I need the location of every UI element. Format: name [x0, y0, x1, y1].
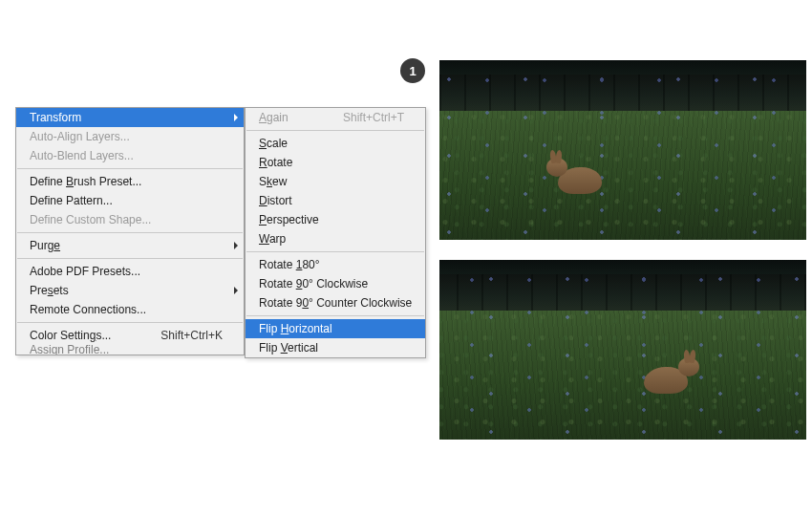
menu-label: Scale [259, 137, 288, 150]
edit-menu: Transform Auto-Align Layers... Auto-Blen… [15, 107, 245, 355]
menu-label: Define Brush Preset... [30, 175, 141, 188]
rabbit-icon [546, 152, 602, 194]
menu-label: Assign Profile... [30, 345, 109, 355]
menu-item-purge[interactable]: Purge [16, 236, 244, 255]
menu-label: Skew [259, 175, 287, 188]
menu-label: Flip Vertical [259, 341, 318, 355]
menu-item-color-settings[interactable]: Color Settings... Shift+Ctrl+K [16, 326, 244, 345]
menu-label: Color Settings... [30, 329, 111, 342]
menu-item-define-pattern[interactable]: Define Pattern... [16, 191, 244, 210]
menu-label: Auto-Blend Layers... [30, 149, 134, 162]
example-image-flipped [439, 260, 806, 440]
menu-label: Rotate 90° Clockwise [259, 277, 368, 290]
chevron-right-icon [234, 242, 238, 249]
chevron-right-icon [234, 287, 238, 294]
menu-label: Rotate 180° [259, 258, 320, 271]
menu-separator [17, 258, 243, 259]
menu-label: Transform [30, 111, 81, 124]
menu-separator [17, 168, 243, 169]
menu-item-adobe-pdf-presets[interactable]: Adobe PDF Presets... [16, 262, 244, 281]
menu-item-skew[interactable]: Skew [246, 172, 425, 191]
menu-item-remote-connections[interactable]: Remote Connections... [16, 300, 244, 319]
menu-item-warp[interactable]: Warp [246, 229, 425, 248]
step-badge-1: 1 [400, 58, 425, 83]
menu-separator [246, 315, 424, 316]
menu-item-again[interactable]: Again Shift+Ctrl+T [246, 108, 425, 127]
menu-item-rotate[interactable]: Rotate [246, 153, 425, 172]
menu-item-auto-blend-layers[interactable]: Auto-Blend Layers... [16, 146, 244, 165]
menu-label: Adobe PDF Presets... [30, 265, 140, 278]
menu-item-auto-align-layers[interactable]: Auto-Align Layers... [16, 127, 244, 146]
menu-label: Perspective [259, 213, 319, 226]
menu-separator [17, 232, 243, 233]
menu-item-rotate-90-ccw[interactable]: Rotate 90° Counter Clockwise [246, 293, 425, 312]
menu-item-assign-profile[interactable]: Assign Profile... [16, 345, 244, 355]
menu-item-distort[interactable]: Distort [246, 191, 425, 210]
example-image-original [439, 60, 806, 240]
menu-label: Warp [259, 232, 286, 246]
menu-shortcut: Shift+Ctrl+K [160, 329, 223, 342]
menu-item-define-custom-shape[interactable]: Define Custom Shape... [16, 210, 244, 229]
transform-submenu: Again Shift+Ctrl+T Scale Rotate Skew Dis… [245, 107, 426, 358]
menu-shortcut: Shift+Ctrl+T [343, 111, 404, 124]
rabbit-icon [644, 352, 699, 394]
menu-label: Presets [30, 284, 69, 297]
chevron-right-icon [234, 114, 238, 121]
menu-item-transform[interactable]: Transform [16, 108, 244, 127]
menu-item-define-brush-preset[interactable]: Define Brush Preset... [16, 172, 244, 191]
menu-label: Again [259, 111, 288, 124]
menu-separator [246, 130, 424, 131]
menu-label: Define Custom Shape... [30, 213, 151, 226]
menu-item-flip-horizontal[interactable]: Flip Horizontal [246, 319, 425, 338]
menu-item-rotate-90-cw[interactable]: Rotate 90° Clockwise [246, 274, 425, 293]
menu-item-flip-vertical[interactable]: Flip Vertical [246, 338, 425, 357]
menu-item-rotate-180[interactable]: Rotate 180° [246, 255, 425, 274]
menu-separator [17, 322, 243, 323]
menu-item-presets[interactable]: Presets [16, 281, 244, 300]
menu-label: Rotate [259, 156, 292, 169]
menu-item-scale[interactable]: Scale [246, 134, 425, 153]
menu-label: Distort [259, 194, 292, 207]
menu-separator [246, 251, 424, 252]
menu-label: Rotate 90° Counter Clockwise [259, 296, 412, 310]
menu-label: Purge [30, 239, 60, 252]
menu-label: Define Pattern... [30, 194, 113, 207]
menu-label: Auto-Align Layers... [30, 130, 130, 143]
menu-item-perspective[interactable]: Perspective [246, 210, 425, 229]
menu-label: Remote Connections... [30, 303, 146, 316]
menu-label: Flip Horizontal [259, 322, 332, 335]
